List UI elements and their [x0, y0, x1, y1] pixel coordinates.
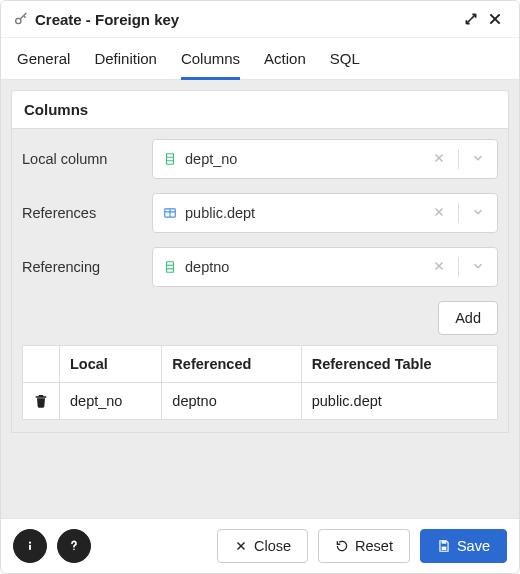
delete-row-button[interactable] [23, 383, 60, 420]
label-referencing: Referencing [22, 259, 152, 275]
select-references-value: public.dept [185, 205, 420, 221]
select-divider [458, 149, 459, 169]
expand-icon[interactable] [459, 9, 483, 29]
cell-referenced-table: public.dept [301, 383, 497, 420]
clear-icon[interactable] [428, 259, 450, 276]
row-references: References public.dept [22, 193, 498, 233]
close-button-label: Close [254, 538, 291, 554]
tab-bar: General Definition Columns Action SQL [1, 38, 519, 80]
close-icon[interactable] [483, 9, 507, 29]
tab-action[interactable]: Action [264, 38, 306, 80]
chevron-down-icon[interactable] [467, 205, 489, 222]
row-local-column: Local column dept_no [22, 139, 498, 179]
save-icon [437, 539, 451, 553]
save-button[interactable]: Save [420, 529, 507, 563]
row-referencing: Referencing deptno [22, 247, 498, 287]
tab-columns[interactable]: Columns [181, 38, 240, 80]
svg-rect-14 [442, 547, 447, 551]
titlebar: Create - Foreign key [1, 1, 519, 38]
columns-form: Local column dept_no [11, 129, 509, 433]
key-icon [13, 11, 29, 27]
clear-icon[interactable] [428, 205, 450, 222]
svg-point-12 [73, 549, 75, 551]
column-icon [163, 260, 177, 274]
select-divider [458, 257, 459, 277]
reset-button[interactable]: Reset [318, 529, 410, 563]
select-local-column-value: dept_no [185, 151, 420, 167]
select-local-column[interactable]: dept_no [152, 139, 498, 179]
svg-rect-13 [442, 541, 447, 544]
select-references[interactable]: public.dept [152, 193, 498, 233]
tab-general[interactable]: General [17, 38, 70, 80]
header-local: Local [60, 346, 162, 383]
clear-icon[interactable] [428, 151, 450, 168]
cell-referenced: deptno [162, 383, 301, 420]
close-button[interactable]: Close [217, 529, 308, 563]
dialog-body: Columns Local column dept_no [1, 80, 519, 518]
svg-rect-11 [29, 545, 31, 550]
trash-icon [33, 393, 49, 409]
help-button[interactable] [57, 529, 91, 563]
dialog-footer: Close Reset Save [1, 518, 519, 573]
save-button-label: Save [457, 538, 490, 554]
cell-local: dept_no [60, 383, 162, 420]
columns-panel-header: Columns [11, 90, 509, 129]
label-local-column: Local column [22, 151, 152, 167]
close-icon [234, 539, 248, 553]
svg-rect-1 [167, 154, 174, 165]
add-button[interactable]: Add [438, 301, 498, 335]
select-referencing-value: deptno [185, 259, 420, 275]
info-icon [22, 538, 38, 554]
header-actions [23, 346, 60, 383]
reset-button-label: Reset [355, 538, 393, 554]
create-foreign-key-dialog: Create - Foreign key General Definition … [0, 0, 520, 574]
select-referencing[interactable]: deptno [152, 247, 498, 287]
header-referenced: Referenced [162, 346, 301, 383]
svg-rect-7 [167, 262, 174, 273]
tab-definition[interactable]: Definition [94, 38, 157, 80]
columns-table: Local Referenced Referenced Table [22, 345, 498, 420]
chevron-down-icon[interactable] [467, 151, 489, 168]
dialog-title-text: Create - Foreign key [35, 11, 179, 28]
label-references: References [22, 205, 152, 221]
reset-icon [335, 539, 349, 553]
svg-point-10 [29, 542, 31, 544]
header-referenced-table: Referenced Table [301, 346, 497, 383]
table-icon [163, 206, 177, 220]
column-icon [163, 152, 177, 166]
info-button[interactable] [13, 529, 47, 563]
chevron-down-icon[interactable] [467, 259, 489, 276]
table-row: dept_no deptno public.dept [23, 383, 498, 420]
dialog-title: Create - Foreign key [13, 11, 179, 28]
tab-sql[interactable]: SQL [330, 38, 360, 80]
select-divider [458, 203, 459, 223]
question-icon [66, 538, 82, 554]
add-row-actions: Add [22, 301, 498, 335]
